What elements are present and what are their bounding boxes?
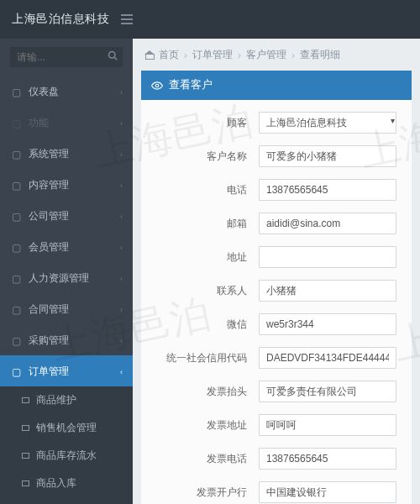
form-field: 发票开户行: [141, 481, 402, 503]
sidebar-item[interactable]: ▢合同管理‹: [0, 293, 133, 324]
menu-icon: ▢: [10, 304, 22, 316]
field-label: 邮箱: [141, 217, 259, 231]
sidebar-item-label: 人力资源管理: [29, 271, 113, 286]
chevron-left-icon: ‹: [120, 150, 123, 159]
chevron-left-icon: ‹: [120, 213, 123, 221]
sidebar-item-label: 订单管理: [29, 365, 113, 379]
sidebar-item[interactable]: ▢公司管理‹: [0, 200, 133, 231]
sidebar-item[interactable]: ▢系统管理‹: [0, 138, 133, 169]
form-field: 电话: [141, 179, 402, 201]
chevron-left-icon: ‹: [120, 368, 123, 376]
sidebar-subitem[interactable]: 商品入库: [0, 470, 133, 497]
chevron-left-icon: ‹: [120, 119, 123, 128]
form-field: 微信: [141, 313, 402, 335]
form-field: 统一社会信用代码: [141, 347, 402, 369]
panel-title: 查看客户: [169, 78, 213, 92]
field-input[interactable]: [259, 246, 396, 268]
menu-icon: ▢: [10, 149, 22, 160]
form-field: 顾客: [141, 112, 402, 134]
form-field: 发票电话: [141, 448, 402, 470]
sub-icon: [22, 480, 29, 486]
menu-toggle-icon[interactable]: [121, 14, 133, 24]
menu-icon: ▢: [10, 180, 22, 192]
form-field: 发票地址: [141, 414, 402, 436]
sidebar-item-label: 公司管理: [29, 209, 113, 223]
panel-body: 顾客客户名称电话邮箱地址联系人微信统一社会信用代码发票抬头发票地址发票电话发票开…: [141, 100, 412, 504]
svg-line-1: [114, 57, 117, 60]
field-label: 发票电话: [141, 452, 259, 466]
sidebar-subitem[interactable]: 销售机会管理: [0, 414, 133, 442]
breadcrumb-item[interactable]: 客户管理: [246, 48, 286, 62]
chevron-left-icon: ‹: [120, 181, 123, 190]
breadcrumb-sep: ›: [238, 50, 241, 61]
field-label: 统一社会信用代码: [141, 351, 259, 365]
sidebar-item-label: 功能: [29, 116, 113, 130]
sidebar-search: [0, 39, 133, 76]
chevron-left-icon: ‹: [120, 337, 123, 345]
svg-point-2: [155, 84, 159, 87]
breadcrumb: 首页 › 订单管理 › 客户管理 › 查看明细: [133, 39, 420, 71]
sidebar-item[interactable]: ▢采购管理‹: [0, 324, 133, 355]
breadcrumb-sep: ›: [184, 50, 187, 61]
panel: 查看客户 顾客客户名称电话邮箱地址联系人微信统一社会信用代码发票抬头发票地址发票…: [141, 71, 412, 504]
sidebar-item[interactable]: ▢会员管理‹: [0, 231, 133, 262]
home-icon: [144, 50, 155, 60]
field-input[interactable]: [259, 448, 396, 470]
field-input[interactable]: [259, 179, 396, 201]
field-label: 发票开户行: [141, 486, 259, 500]
form-field: 联系人: [141, 280, 402, 302]
panel-header: 查看客户: [141, 71, 412, 100]
field-input[interactable]: [259, 381, 396, 402]
breadcrumb-home[interactable]: 首页: [144, 48, 179, 62]
menu-icon: ▢: [10, 118, 22, 129]
main-area: 首页 › 订单管理 › 客户管理 › 查看明细 查看客户 顾客客户名称电话邮箱地…: [133, 39, 420, 504]
menu-icon: ▢: [10, 335, 22, 347]
sidebar-subitem-label: 商品库存流水: [36, 449, 97, 463]
chevron-left-icon: ‹: [120, 275, 123, 283]
field-input[interactable]: [259, 280, 396, 302]
field-label: 顾客: [141, 116, 259, 130]
sidebar-subitem[interactable]: 商品维护: [0, 386, 133, 414]
sidebar-item-label: 合同管理: [29, 302, 113, 317]
sidebar-item[interactable]: ▢人力资源管理‹: [0, 262, 133, 293]
sub-icon: [22, 453, 29, 459]
sidebar-item-label: 会员管理: [29, 240, 113, 255]
chevron-left-icon: ‹: [120, 88, 123, 97]
sidebar-item-label: 内容管理: [29, 178, 113, 192]
field-input[interactable]: [259, 414, 396, 436]
field-input[interactable]: [259, 213, 396, 234]
field-label: 发票抬头: [141, 385, 259, 399]
menu-icon: ▢: [10, 211, 22, 223]
field-input[interactable]: [259, 481, 396, 503]
chevron-left-icon: ‹: [120, 306, 123, 314]
topbar: 上海邑泊信息科技: [0, 0, 420, 39]
form-field: 发票抬头: [141, 381, 402, 402]
form-field: 客户名称: [141, 145, 402, 167]
field-input[interactable]: [259, 313, 396, 335]
field-label: 发票地址: [141, 418, 259, 433]
svg-point-0: [109, 52, 116, 59]
breadcrumb-sep: ›: [291, 50, 295, 61]
menu-icon: ▢: [10, 242, 22, 254]
sidebar-item[interactable]: ▢订单管理‹: [0, 355, 133, 386]
sidebar-item[interactable]: ▢功能‹: [0, 107, 133, 138]
sidebar-subitem[interactable]: 订单录入: [0, 497, 133, 504]
sidebar-subitem[interactable]: 商品库存流水: [0, 442, 133, 470]
sidebar-item-label: 采购管理: [29, 333, 113, 348]
sub-icon: [22, 425, 29, 431]
menu-icon: ▢: [10, 273, 22, 285]
breadcrumb-item[interactable]: 订单管理: [192, 48, 233, 62]
search-input[interactable]: [10, 47, 123, 67]
sidebar-subitem-label: 销售机会管理: [36, 421, 97, 435]
breadcrumb-item: 查看明细: [300, 48, 340, 62]
sidebar-item-label: 系统管理: [29, 147, 113, 161]
search-icon[interactable]: [108, 50, 118, 63]
sidebar-subitem-label: 商品维护: [36, 393, 76, 407]
customer-select[interactable]: [259, 112, 396, 134]
menu-icon: ▢: [10, 87, 22, 98]
sidebar-menu: ▢仪表盘‹▢功能‹▢系统管理‹▢内容管理‹▢公司管理‹▢会员管理‹▢人力资源管理…: [0, 76, 133, 504]
sidebar-item[interactable]: ▢仪表盘‹: [0, 76, 133, 107]
sidebar-item[interactable]: ▢内容管理‹: [0, 169, 133, 200]
field-input[interactable]: [259, 145, 396, 167]
field-input[interactable]: [259, 347, 396, 369]
